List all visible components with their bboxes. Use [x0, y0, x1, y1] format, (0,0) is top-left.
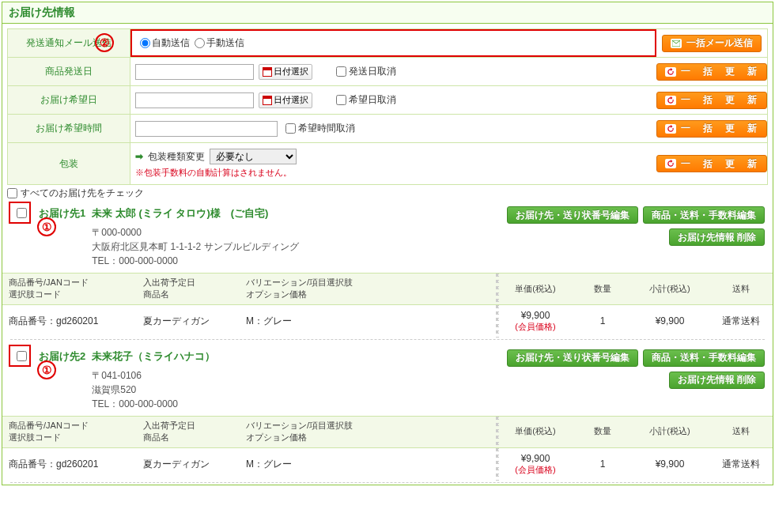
cell-price: ¥9,900 (会員価格) — [496, 304, 575, 338]
dest-2-check[interactable] — [17, 351, 27, 361]
wish-time-cancel-wrap[interactable]: 希望時間取消 — [285, 122, 355, 135]
radio-manual[interactable] — [195, 38, 205, 48]
dest-1-info: 未来 太郎 (ミライ タロウ)様 (ご自宅) 〒000-0000 大阪府北区見本… — [92, 206, 501, 268]
ship-date-cancel-label: 発送日取消 — [349, 65, 396, 78]
label-wish-date: お届け希望日 — [8, 86, 130, 114]
wish-date-cancel-check[interactable] — [336, 95, 346, 105]
body-mail: 自動送信 手動送信 — [130, 29, 656, 57]
bulk-mail-button-label: 一括メール送信 — [686, 36, 753, 50]
wish-time-cancel-check[interactable] — [285, 123, 296, 134]
bulk-update-packaging-button[interactable]: 一 括 更 新 — [656, 155, 767, 172]
label-packaging: 包装 — [8, 143, 130, 184]
table-row: 商品番号：gd260201 夏カーディガン M：グレー ¥9,900 (会員価格… — [2, 304, 773, 338]
edit-fee-button[interactable]: 商品・送料・手数料編集 — [643, 206, 765, 224]
bulk-update-packaging-label: 一 括 更 新 — [681, 157, 758, 171]
bulk-update-wish-date-button[interactable]: 一 括 更 新 — [656, 92, 767, 109]
cell-name: 夏カーディガン — [137, 304, 240, 338]
dest-2-info: 未来花子（ミライハナコ） 〒041-0106 滋賀県520 TEL：000-00… — [92, 349, 501, 411]
ship-date-cancel-check[interactable] — [336, 66, 346, 77]
col-schedule: 入出荷予定日 商品名 — [137, 274, 240, 305]
cell-code: 商品番号：gd260201 — [2, 304, 137, 338]
bulk-update-wish-date-label: 一 括 更 新 — [681, 93, 758, 107]
wish-date-cancel-label: 希望日取消 — [349, 93, 396, 107]
radio-manual-wrap[interactable]: 手動送信 — [195, 36, 244, 50]
wish-date-pick-label: 日付選択 — [274, 94, 308, 106]
delete-dest-button[interactable]: お届け先情報 削除 — [669, 228, 765, 246]
col-variation: バリエーション/項目選択肢 オプション価格 — [240, 274, 496, 305]
refresh-icon — [665, 159, 676, 168]
dest-1-check[interactable] — [17, 208, 27, 218]
radio-auto-wrap[interactable]: 自動送信 — [140, 36, 190, 50]
wish-date-input[interactable] — [135, 92, 254, 108]
col-subtotal: 小計(税込) — [630, 416, 709, 447]
body-wish-time: 希望時間取消 — [130, 115, 656, 142]
label-wish-time: お届け希望時間 — [8, 115, 130, 142]
edit-fee-button[interactable]: 商品・送料・手数料編集 — [643, 349, 765, 367]
delete-dest-button[interactable]: お届け先情報 削除 — [669, 372, 765, 389]
body-packaging: ➡ 包装種類変更 必要なし ※包装手数料の自動計算はされません。 — [130, 143, 656, 184]
cell-qty: 1 — [575, 447, 630, 481]
panel-title: お届け先情報 — [2, 2, 773, 24]
body-wish-date: 日付選択 希望日取消 — [130, 86, 656, 114]
cell-code: 商品番号：gd260201 — [2, 447, 137, 481]
row-ship-date: 商品発送日 日付選択 発送日取消 一 括 更 新 — [8, 58, 767, 86]
refresh-icon — [665, 96, 676, 105]
packaging-select[interactable]: 必要なし — [210, 149, 297, 164]
label-mail: 発送通知メール送信 ② — [8, 29, 130, 57]
dest-2-addr: 滋賀県520 — [92, 383, 501, 397]
edit-dest-button[interactable]: お届け先・送り状番号編集 — [507, 349, 638, 367]
destination-1-header: ① お届け先1 未来 太郎 (ミライ タロウ)様 (ご自宅) 〒000-0000… — [2, 202, 773, 273]
col-variation: バリエーション/項目選択肢 オプション価格 — [240, 416, 496, 447]
dest-2-check-wrap — [10, 349, 32, 361]
table-row: 商品番号：gd260201 夏カーディガン M：グレー ¥9,900 (会員価格… — [2, 447, 773, 481]
member-price: (会員価格) — [502, 321, 569, 333]
wish-time-cancel-label: 希望時間取消 — [298, 122, 355, 135]
cell-shipping: 通常送料 — [709, 304, 773, 338]
col-subtotal: 小計(税込) — [630, 274, 709, 305]
bulk-update-ship-button[interactable]: 一 括 更 新 — [656, 63, 767, 81]
cell-price: ¥9,900 (会員価格) — [496, 447, 575, 481]
col-qty: 数量 — [575, 416, 630, 447]
settings-block: 発送通知メール送信 ② 自動送信 手動送信 一括メール送信 — [7, 28, 768, 185]
check-all-label: すべてのお届け先をチェック — [21, 187, 144, 200]
bulk-update-wish-time-button[interactable]: 一 括 更 新 — [656, 120, 767, 138]
dest-1-name: 未来 太郎 (ミライ タロウ)様 (ご自宅) — [92, 206, 501, 221]
check-all[interactable] — [7, 188, 17, 198]
refresh-icon — [665, 67, 676, 77]
wish-time-input[interactable] — [135, 121, 278, 137]
dest-2-title: お届け先2 — [39, 349, 85, 364]
edit-dest-button[interactable]: お届け先・送り状番号編集 — [507, 206, 638, 224]
dest-1-addr: 大阪府北区見本町 1-1-1-2 サンプルビルディング — [92, 240, 501, 254]
dest-1-tel: TEL：000-000-0000 — [92, 254, 501, 268]
dest-1-items-table: 商品番号/JANコード 選択肢コード 入出荷予定日 商品名 バリエーション/項目… — [2, 273, 773, 338]
delivery-info-panel: お届け先情報 発送通知メール送信 ② 自動送信 手動送信 — [2, 2, 773, 485]
bulk-update-wish-time-label: 一 括 更 新 — [681, 122, 758, 135]
radio-auto[interactable] — [140, 38, 150, 48]
ship-date-cancel-wrap[interactable]: 発送日取消 — [336, 65, 396, 78]
action-wish-time: 一 括 更 新 — [656, 115, 767, 142]
col-unit-price: 単価(税込) — [496, 416, 575, 447]
arrow-icon: ➡ — [135, 151, 143, 162]
radio-manual-label: 手動送信 — [206, 36, 244, 50]
cell-subtotal: ¥9,900 — [630, 304, 709, 338]
check-all-wrap[interactable]: すべてのお届け先をチェック — [2, 185, 773, 202]
dest-1-buttons: お届け先・送り状番号編集 商品・送料・手数料編集 お届け先情報 削除 — [507, 206, 765, 246]
label-mail-text: 発送通知メール送信 — [26, 36, 112, 50]
bulk-mail-button[interactable]: 一括メール送信 — [662, 35, 762, 52]
price-value: ¥9,900 — [521, 453, 550, 464]
refresh-icon — [665, 124, 676, 134]
wish-date-cancel-wrap[interactable]: 希望日取消 — [336, 93, 396, 107]
col-code: 商品番号/JANコード 選択肢コード — [2, 416, 137, 447]
ship-date-input[interactable] — [135, 64, 254, 80]
row-wish-date: お届け希望日 日付選択 希望日取消 一 括 更 新 — [8, 86, 767, 115]
dest-1-zip: 〒000-0000 — [92, 225, 501, 240]
radio-auto-label: 自動送信 — [152, 36, 190, 50]
col-shipping: 送料 — [709, 274, 773, 305]
wish-date-pick-button[interactable]: 日付選択 — [259, 92, 312, 108]
ship-date-pick-button[interactable]: 日付選択 — [259, 64, 312, 80]
member-price: (会員価格) — [502, 464, 569, 476]
cell-name: 夏カーディガン — [137, 447, 240, 481]
action-wish-date: 一 括 更 新 — [656, 86, 767, 114]
body-ship-date: 日付選択 発送日取消 — [130, 58, 656, 85]
packaging-note: ※包装手数料の自動計算はされません。 — [135, 167, 297, 179]
